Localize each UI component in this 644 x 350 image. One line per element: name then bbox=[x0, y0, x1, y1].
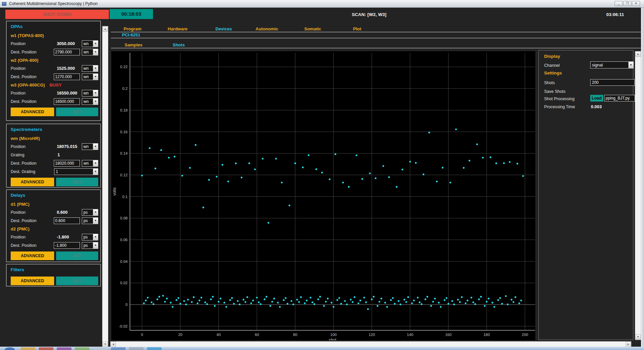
svg-text:0.08: 0.08 bbox=[120, 216, 128, 220]
dest-position-input[interactable] bbox=[54, 49, 80, 55]
tab-program[interactable]: Program bbox=[124, 26, 141, 31]
channel-select[interactable]: signal ▼ bbox=[590, 61, 634, 68]
taskbar-icon[interactable] bbox=[93, 347, 108, 350]
shots-scatter-plot[interactable]: -0.0200.020.040.060.080.10.120.140.160.1… bbox=[111, 51, 536, 341]
dest-position-input[interactable] bbox=[54, 73, 80, 80]
position-readout: 1525.000 bbox=[54, 66, 80, 71]
tab-somatic[interactable]: Somatic bbox=[304, 26, 321, 31]
start-orb-icon[interactable] bbox=[5, 347, 15, 350]
scroll-up-icon[interactable]: ▲ bbox=[103, 26, 108, 32]
chevron-down-icon[interactable]: ▼ bbox=[93, 74, 98, 80]
motor-row: Position-1.800ps▼ bbox=[11, 233, 98, 241]
scroll-right-icon[interactable]: ► bbox=[626, 342, 631, 347]
unit-select[interactable]: wn▼ bbox=[82, 49, 98, 55]
tab-hardware[interactable]: Hardware bbox=[168, 26, 187, 31]
unit-select[interactable]: ps▼ bbox=[82, 217, 98, 224]
save-shots-label: Save Shots bbox=[544, 89, 566, 94]
divider bbox=[111, 48, 641, 48]
x-axis-label: shot bbox=[329, 338, 336, 340]
shots-input[interactable] bbox=[590, 79, 635, 86]
chevron-down-icon[interactable]: ▼ bbox=[93, 41, 98, 47]
processing-time-value: 0.003 bbox=[591, 104, 602, 109]
unit-select[interactable]: wn▼ bbox=[82, 143, 98, 150]
unit-select[interactable]: ps▼ bbox=[82, 234, 98, 240]
tab-devices[interactable]: Devices bbox=[215, 26, 232, 31]
chevron-down-icon[interactable]: ▼ bbox=[93, 160, 98, 166]
chevron-down-icon[interactable]: ▼ bbox=[93, 49, 98, 55]
taskbar-icon[interactable] bbox=[75, 347, 90, 350]
chevron-down-icon[interactable]: ▼ bbox=[93, 65, 98, 71]
unit-select[interactable]: ps▼ bbox=[82, 242, 98, 249]
set-button[interactable]: SET bbox=[56, 251, 98, 260]
taskbar-icon[interactable] bbox=[147, 347, 162, 350]
subtab-samples[interactable]: Samples bbox=[125, 42, 142, 47]
subtab-shots[interactable]: Shots bbox=[173, 42, 185, 47]
motor-row: Grating1 bbox=[11, 151, 98, 159]
unit-select[interactable]: wn▼ bbox=[82, 65, 98, 72]
dest-position-input[interactable] bbox=[54, 98, 80, 105]
plot-canvas[interactable]: -0.0200.020.040.060.080.10.120.140.160.1… bbox=[111, 51, 535, 340]
unit-select[interactable]: wn▼ bbox=[82, 98, 98, 105]
advanced-button[interactable]: ADVANCED bbox=[11, 108, 54, 116]
row-label: Dest. Position bbox=[11, 74, 54, 79]
svg-text:0.2: 0.2 bbox=[122, 86, 128, 91]
chevron-down-icon[interactable]: ▼ bbox=[93, 209, 98, 215]
advanced-button[interactable]: ADVANCED bbox=[11, 178, 54, 186]
app-icon bbox=[2, 2, 6, 6]
tab-autonomic[interactable]: Autonomic bbox=[256, 26, 278, 31]
scroll-up-icon[interactable]: ▲ bbox=[635, 51, 641, 57]
maximize-button[interactable]: ❐ bbox=[623, 1, 631, 6]
taskbar-icon[interactable] bbox=[57, 347, 71, 350]
taskbar-icon[interactable] bbox=[129, 347, 144, 350]
unit-select[interactable]: wn▼ bbox=[82, 90, 98, 97]
windows-taskbar[interactable] bbox=[0, 347, 644, 350]
unit-select[interactable]: wn▼ bbox=[82, 160, 98, 167]
motor-row: Dest. Positionps▼ bbox=[11, 216, 98, 225]
chevron-down-icon[interactable]: ▼ bbox=[93, 218, 98, 224]
advanced-button[interactable]: ADVANCED bbox=[11, 277, 54, 285]
chevron-down-icon[interactable]: ▼ bbox=[93, 144, 98, 150]
taskbar-icon[interactable] bbox=[39, 347, 53, 350]
advanced-button[interactable]: ADVANCED bbox=[11, 251, 54, 260]
close-button[interactable]: ✕ bbox=[632, 1, 640, 6]
title-bar[interactable]: Coherent Multidimensional Spectroscopy |… bbox=[0, 0, 644, 8]
set-button[interactable]: SET bbox=[56, 277, 98, 285]
row-label: Position bbox=[11, 235, 54, 239]
svg-text:0.14: 0.14 bbox=[120, 151, 128, 155]
scroll-down-icon[interactable]: ▼ bbox=[635, 334, 641, 340]
svg-text:0: 0 bbox=[141, 333, 143, 337]
chevron-down-icon[interactable]: ▼ bbox=[93, 99, 98, 105]
motor-row: Position0.600ps▼ bbox=[11, 208, 98, 216]
channel-label: Channel bbox=[544, 63, 560, 68]
unit-select[interactable]: wn▼ bbox=[82, 40, 98, 47]
dest-position-input[interactable] bbox=[54, 242, 80, 249]
center-vertical-scrollbar[interactable]: ▲ ▼ bbox=[102, 26, 108, 347]
taskbar-icon[interactable] bbox=[21, 347, 35, 350]
chevron-down-icon[interactable]: ▼ bbox=[93, 90, 98, 96]
taskbar-icon[interactable] bbox=[111, 347, 126, 350]
minimize-button[interactable]: _ bbox=[615, 1, 623, 6]
chevron-down-icon[interactable]: ▼ bbox=[93, 242, 98, 248]
unit-value: wn bbox=[82, 161, 93, 166]
set-button[interactable]: SET bbox=[56, 178, 98, 186]
dest-grating-select[interactable]: 1▼ bbox=[54, 168, 98, 175]
shutdown-button[interactable]: SHUT DOWN bbox=[5, 10, 109, 19]
dest-position-input[interactable] bbox=[54, 217, 80, 224]
set-button[interactable]: SET bbox=[56, 108, 98, 116]
tab-pci-6251[interactable]: PCI-6251 bbox=[122, 32, 140, 37]
svg-text:120: 120 bbox=[368, 333, 375, 337]
chevron-down-icon[interactable]: ▼ bbox=[93, 169, 98, 175]
scroll-left-icon[interactable]: ◄ bbox=[111, 342, 116, 347]
unit-value: wn bbox=[82, 41, 93, 46]
chevron-down-icon[interactable]: ▼ bbox=[93, 234, 98, 240]
tab-plot[interactable]: Plot bbox=[353, 26, 361, 31]
load-script-button[interactable]: Load bbox=[590, 95, 603, 102]
script-path-input[interactable] bbox=[604, 95, 635, 102]
unit-select[interactable]: ps▼ bbox=[82, 209, 98, 216]
unit-select[interactable]: wn▼ bbox=[82, 73, 98, 80]
scroll-down-icon[interactable]: ▼ bbox=[103, 342, 108, 347]
chevron-down-icon[interactable]: ▼ bbox=[628, 62, 633, 68]
dest-position-input[interactable] bbox=[54, 160, 80, 167]
motor-name: d2 (PMC) bbox=[11, 225, 98, 233]
right-panel-scrollbar[interactable]: ▲ ▼ bbox=[635, 51, 641, 340]
